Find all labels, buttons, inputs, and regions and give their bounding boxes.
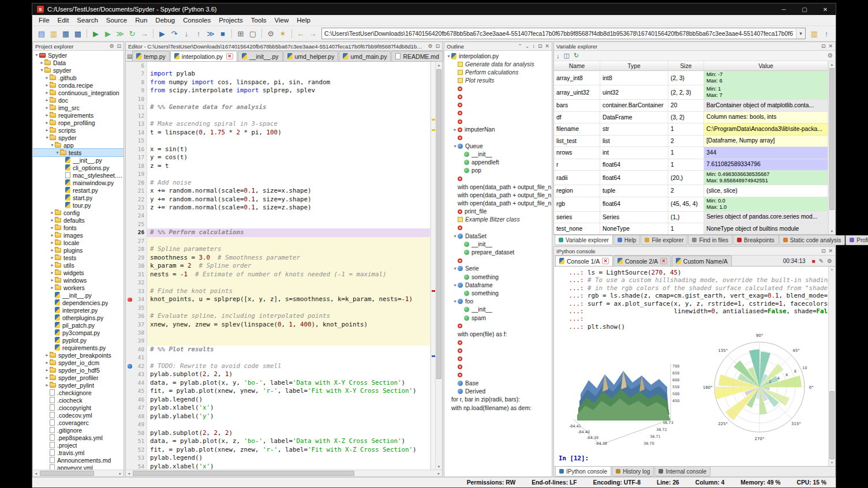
tree-expand-arrow-icon[interactable]: ▸: [50, 232, 55, 238]
plugin-tab-file-explorer[interactable]: File explorer: [641, 235, 687, 245]
code-line-content[interactable]: [147, 337, 431, 345]
plugin-tab-breakpoints[interactable]: Breakpoints: [733, 235, 779, 245]
scroll-down-icon[interactable]: ▾: [436, 463, 442, 470]
code-line-content[interactable]: pylab.subplot(2, 2, 2): [147, 429, 431, 437]
save-data-icon[interactable]: ◫: [564, 52, 570, 59]
line-number[interactable]: 51: [126, 437, 147, 445]
undock-icon[interactable]: ⊡: [538, 43, 542, 49]
run-cell-icon[interactable]: ▶: [102, 28, 114, 39]
line-number[interactable]: 29: [126, 254, 147, 262]
line-number[interactable]: 46: [126, 396, 147, 404]
outline-item[interactable]: ▸imputerNan: [444, 126, 552, 134]
tree-item[interactable]: .pep8speaks.yml: [33, 434, 124, 441]
line-number[interactable]: 23: [126, 204, 147, 212]
close-button[interactable]: ✕: [815, 3, 836, 15]
plugin-tab-variable-explorer[interactable]: Variable explorer: [555, 235, 613, 245]
tree-item[interactable]: ▸.github: [33, 74, 124, 81]
continue-icon[interactable]: ≫: [205, 28, 216, 39]
line-number[interactable]: 11: [126, 103, 147, 111]
outline-item[interactable]: something: [444, 289, 552, 297]
variable-vertical-scrollbar[interactable]: ▴ ▾: [828, 61, 835, 234]
variable-row[interactable]: array_int8int8(2, 3)Min: -7Max: 6: [554, 71, 828, 85]
tree-expand-arrow-icon[interactable]: ▸: [44, 82, 50, 88]
menu-tools[interactable]: Tools: [247, 16, 271, 25]
tree-item[interactable]: ▸spyder_profiler: [33, 374, 124, 381]
outline-item[interactable]: [444, 224, 552, 232]
tree-item[interactable]: mainwindow.py: [33, 179, 124, 186]
tree-item[interactable]: ▸scripts: [33, 126, 124, 134]
browse-tabs-icon[interactable]: ▤: [127, 51, 132, 61]
column-header-value[interactable]: Value: [704, 61, 828, 70]
minimize-button[interactable]: ─: [773, 3, 794, 15]
tree-item[interactable]: .project: [33, 441, 124, 449]
parent-directory-icon[interactable]: ↑: [821, 28, 832, 39]
code-line-content[interactable]: [147, 354, 431, 362]
code-line-content[interactable]: pylab.subplot(2, 2, 1): [147, 370, 431, 378]
plugin-tab-static-code-analysis[interactable]: Static code analysis: [779, 235, 845, 245]
code-line-content[interactable]: pylab.xlabel('x'): [147, 404, 431, 412]
tree-item[interactable]: ▾spyder: [33, 66, 124, 74]
outline-item[interactable]: with open(file) as f:: [444, 330, 552, 338]
line-number[interactable]: 7: [126, 70, 147, 78]
code-line-content[interactable]: [147, 220, 431, 228]
scroll-thumb[interactable]: [436, 69, 442, 379]
code-line-content[interactable]: [147, 421, 431, 429]
tree-collapse-arrow-icon[interactable]: ▾: [50, 142, 55, 148]
code-line-content[interactable]: # Evaluate spline, including interpolate…: [147, 312, 431, 320]
line-number[interactable]: 38: [126, 329, 147, 337]
tree-item[interactable]: appveyor.yml: [33, 464, 124, 470]
menu-projects[interactable]: Projects: [215, 16, 247, 25]
line-number[interactable]: 36: [126, 312, 147, 320]
tree-item[interactable]: ▾Spyder: [33, 51, 124, 59]
line-number[interactable]: 19: [126, 170, 147, 178]
line-number[interactable]: 25: [126, 220, 147, 228]
outline-item[interactable]: __init__: [444, 240, 552, 248]
plugin-tab-find-in-files[interactable]: Find in files: [688, 235, 732, 245]
undock-icon[interactable]: ⊡: [821, 43, 826, 49]
code-line-content[interactable]: y = cos(t): [147, 153, 431, 162]
code-line-content[interactable]: # Add noise: [147, 179, 431, 187]
menu-file[interactable]: File: [35, 16, 54, 25]
editor-tab-umd-main-py[interactable]: umd_main.py: [339, 51, 391, 61]
tree-expand-arrow-icon[interactable]: ▸: [44, 382, 50, 388]
console-options-gear-icon[interactable]: ⚙: [827, 258, 832, 264]
tree-item[interactable]: ▸defaults: [33, 216, 124, 224]
tree-item[interactable]: ▾spyder: [33, 134, 124, 141]
line-number[interactable]: 26: [126, 228, 147, 237]
tree-item[interactable]: .coveragerc: [33, 419, 124, 426]
follow-cursor-icon[interactable]: ↕: [532, 43, 535, 49]
code-line-content[interactable]: x = sin(t): [147, 145, 431, 153]
run-selection-icon[interactable]: →: [139, 28, 150, 39]
line-number[interactable]: 17: [126, 153, 147, 162]
scroll-up-icon[interactable]: ▴: [829, 266, 835, 273]
outline-item[interactable]: [444, 322, 552, 330]
tree-item[interactable]: ▸images: [33, 231, 124, 239]
scroll-thumb[interactable]: [133, 471, 354, 476]
line-number[interactable]: 43: [126, 370, 147, 378]
tree-item[interactable]: ▸plugins: [33, 246, 124, 254]
code-line-content[interactable]: pylab.ylabel('y'): [147, 412, 431, 421]
tree-item[interactable]: .gitignore: [33, 426, 124, 434]
tree-item[interactable]: ▸config: [33, 209, 124, 216]
line-number[interactable]: 12: [126, 112, 147, 120]
code-line-content[interactable]: y += random.normal(scale=0.1, size=y.sha…: [147, 196, 431, 204]
code-line-content[interactable]: [147, 279, 431, 287]
variable-row[interactable]: nrowsint1344: [554, 147, 828, 159]
code-line-content[interactable]: [147, 95, 431, 103]
tree-item[interactable]: otherplugins.py: [33, 314, 124, 321]
code-line-content[interactable]: # Spline parameters: [147, 245, 431, 253]
outline-item[interactable]: Perform calculations: [444, 68, 552, 76]
tree-item[interactable]: ▸spyder_breakpoints: [33, 351, 124, 359]
code-line-content[interactable]: data, = pylab.plot(x, y, 'bo-', label='D…: [147, 379, 431, 387]
tree-item[interactable]: .ciocheck: [33, 396, 124, 404]
collapse-all-icon[interactable]: ⌃: [518, 43, 522, 49]
outline-item[interactable]: something: [444, 273, 552, 281]
tree-item[interactable]: __init__.py: [33, 291, 124, 299]
scroll-thumb[interactable]: [829, 391, 835, 459]
tree-item[interactable]: ▾app: [33, 141, 124, 149]
tree-item[interactable]: pil_patch.py: [33, 321, 124, 329]
preferences-icon[interactable]: ⚙: [265, 28, 276, 39]
tree-expand-arrow-icon[interactable]: ▸: [44, 352, 50, 358]
scroll-right-icon[interactable]: ▸: [436, 470, 442, 476]
tree-item[interactable]: ▸spyder_io_dcm: [33, 359, 124, 366]
